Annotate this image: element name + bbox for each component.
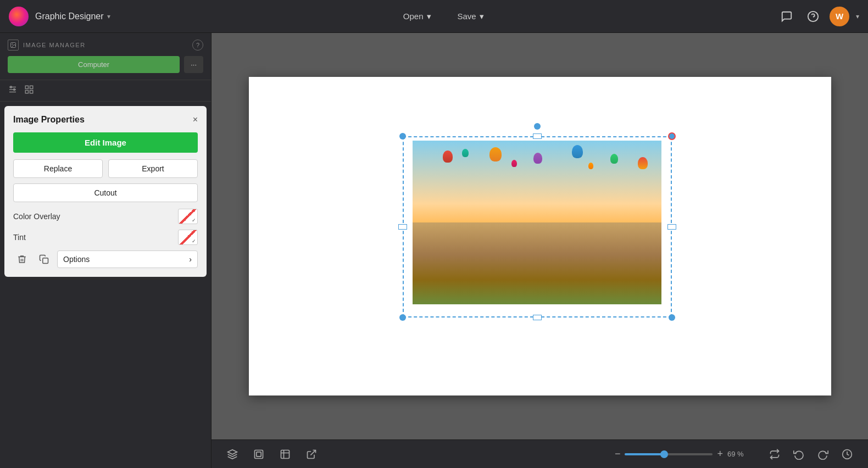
zoom-plus-button[interactable]: + bbox=[717, 448, 723, 460]
svg-rect-13 bbox=[43, 258, 48, 264]
trash-icon bbox=[17, 254, 27, 264]
zoom-percent: 69 % bbox=[727, 450, 749, 458]
undo-icon bbox=[793, 449, 804, 460]
swap-button[interactable] bbox=[765, 444, 784, 464]
frames-icon bbox=[253, 449, 264, 460]
tint-label: Tint bbox=[13, 233, 26, 242]
handle-mid-left[interactable] bbox=[398, 224, 407, 230]
canvas-workspace[interactable] bbox=[212, 33, 868, 439]
topbar: Graphic Designer ▾ Open ▾ Save ▾ W ▾ bbox=[0, 0, 868, 33]
redo-button[interactable] bbox=[813, 444, 833, 464]
svg-rect-12 bbox=[30, 91, 33, 93]
tint-row: Tint bbox=[13, 230, 198, 245]
replace-export-row: Replace Export bbox=[13, 159, 198, 178]
topbar-center: Open ▾ Save ▾ bbox=[110, 8, 777, 25]
canvas-area: − + 69 % bbox=[212, 33, 868, 468]
handle-top-left[interactable] bbox=[399, 133, 406, 140]
handle-bottom-left[interactable] bbox=[399, 314, 406, 321]
zoom-minus-button[interactable]: − bbox=[615, 448, 621, 460]
replace-button[interactable]: Replace bbox=[13, 159, 103, 178]
open-chevron: ▾ bbox=[427, 12, 431, 21]
scene-ground bbox=[413, 222, 661, 304]
props-header: Image Properties × bbox=[13, 115, 198, 125]
app-title-area[interactable]: Graphic Designer ▾ bbox=[35, 12, 110, 21]
cutout-button[interactable]: Cutout bbox=[13, 183, 198, 202]
color-overlay-swatch[interactable] bbox=[178, 209, 198, 224]
help-icon bbox=[807, 10, 819, 23]
image-manager-panel: IMAGE MANAGER ? Computer ··· bbox=[0, 33, 211, 80]
handle-bottom-center[interactable] bbox=[533, 315, 542, 320]
adjust-icon[interactable] bbox=[8, 85, 18, 97]
save-button[interactable]: Save ▾ bbox=[449, 8, 493, 25]
zoom-slider[interactable] bbox=[625, 453, 713, 455]
left-sidebar: IMAGE MANAGER ? Computer ··· bbox=[0, 33, 212, 468]
handle-mid-right[interactable] bbox=[667, 224, 676, 230]
options-button[interactable]: Options › bbox=[57, 250, 198, 268]
handle-top-right[interactable] bbox=[668, 132, 676, 140]
tint-swatch[interactable] bbox=[178, 230, 198, 245]
app-title-text: Graphic Designer bbox=[35, 12, 104, 21]
props-footer: Options › bbox=[13, 250, 198, 268]
selected-image-container[interactable] bbox=[403, 126, 672, 319]
main-area: IMAGE MANAGER ? Computer ··· bbox=[0, 33, 868, 468]
more-options-button[interactable]: ··· bbox=[184, 56, 203, 73]
handle-top-center[interactable] bbox=[534, 123, 541, 130]
computer-button[interactable]: Computer bbox=[8, 56, 180, 73]
frames-button[interactable] bbox=[249, 444, 269, 464]
copy-icon bbox=[39, 254, 49, 264]
zoom-slider-thumb[interactable] bbox=[660, 450, 668, 458]
handle-bottom-right[interactable] bbox=[669, 314, 675, 321]
color-overlay-row: Color Overlay bbox=[13, 209, 198, 224]
svg-rect-9 bbox=[25, 86, 28, 88]
bottom-toolbar: − + 69 % bbox=[212, 439, 868, 468]
export-button[interactable]: Export bbox=[108, 159, 198, 178]
bottom-right-buttons bbox=[765, 444, 857, 464]
user-avatar[interactable]: W bbox=[830, 7, 849, 26]
open-button[interactable]: Open ▾ bbox=[394, 8, 440, 25]
redo-icon bbox=[817, 449, 828, 460]
balloon-8 bbox=[511, 160, 517, 167]
options-chevron: › bbox=[189, 255, 192, 264]
canvas-white[interactable] bbox=[249, 77, 831, 395]
props-title: Image Properties bbox=[13, 115, 85, 125]
undo-button[interactable] bbox=[789, 444, 809, 464]
external-link-button[interactable] bbox=[302, 444, 321, 464]
zoom-slider-fill bbox=[625, 453, 664, 455]
balloon-9 bbox=[588, 163, 593, 169]
open-label: Open bbox=[403, 12, 424, 21]
edit-image-button[interactable]: Edit Image bbox=[13, 132, 198, 153]
layers-icon bbox=[227, 449, 238, 460]
balloon-5 bbox=[610, 154, 618, 164]
history-icon bbox=[842, 449, 853, 460]
image-manager-icon bbox=[8, 40, 19, 51]
image-manager-title-text: IMAGE MANAGER bbox=[23, 42, 86, 48]
balloon-6 bbox=[638, 157, 648, 169]
history-button[interactable] bbox=[837, 444, 857, 464]
fit-button[interactable] bbox=[275, 444, 295, 464]
image-manager-help[interactable]: ? bbox=[192, 40, 203, 51]
delete-button[interactable] bbox=[13, 250, 31, 268]
swap-icon bbox=[769, 449, 780, 460]
svg-rect-16 bbox=[257, 452, 261, 456]
color-overlay-label: Color Overlay bbox=[13, 212, 60, 221]
help-button[interactable] bbox=[803, 7, 823, 26]
grid-icon[interactable] bbox=[24, 85, 34, 97]
svg-rect-15 bbox=[255, 450, 263, 458]
image-manager-title-area: IMAGE MANAGER bbox=[8, 40, 86, 51]
balloon-2 bbox=[489, 147, 502, 161]
balloon-7 bbox=[462, 149, 469, 157]
balloon-3 bbox=[533, 153, 542, 164]
user-chevron[interactable]: ▾ bbox=[856, 13, 859, 20]
props-close-button[interactable]: × bbox=[193, 115, 198, 125]
chat-button[interactable] bbox=[777, 7, 797, 26]
duplicate-button[interactable] bbox=[35, 250, 53, 268]
image-manager-controls: Computer ··· bbox=[8, 56, 203, 73]
layers-button[interactable] bbox=[222, 444, 242, 464]
fit-icon bbox=[280, 449, 291, 460]
external-link-icon bbox=[306, 449, 317, 460]
balloon-1 bbox=[443, 151, 453, 163]
image-manager-header: IMAGE MANAGER ? bbox=[8, 40, 203, 51]
sidebar-icons-row bbox=[0, 80, 211, 102]
handle-top-rect[interactable] bbox=[533, 133, 542, 139]
topbar-right: W ▾ bbox=[777, 7, 859, 26]
